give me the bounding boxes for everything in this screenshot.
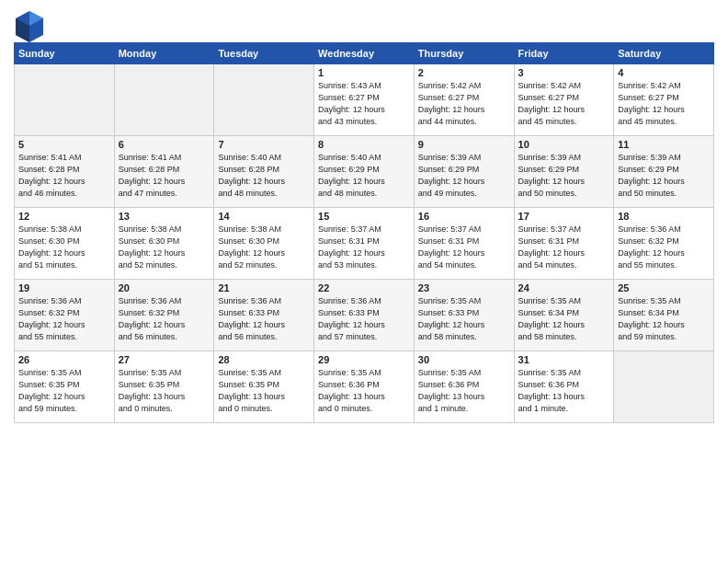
day-number: 4 bbox=[618, 67, 710, 78]
day-info: Sunrise: 5:35 AM Sunset: 6:35 PM Dayligh… bbox=[218, 367, 310, 415]
calendar-cell: 20Sunrise: 5:36 AM Sunset: 6:32 PM Dayli… bbox=[114, 280, 214, 351]
day-header-monday: Monday bbox=[114, 43, 214, 64]
day-number: 31 bbox=[518, 354, 610, 365]
logo bbox=[14, 9, 43, 37]
day-number: 3 bbox=[518, 67, 610, 78]
calendar-cell: 19Sunrise: 5:36 AM Sunset: 6:32 PM Dayli… bbox=[15, 280, 115, 351]
day-number: 28 bbox=[218, 354, 310, 365]
calendar-cell: 27Sunrise: 5:35 AM Sunset: 6:35 PM Dayli… bbox=[114, 351, 214, 423]
day-info: Sunrise: 5:36 AM Sunset: 6:33 PM Dayligh… bbox=[318, 295, 410, 343]
day-info: Sunrise: 5:43 AM Sunset: 6:27 PM Dayligh… bbox=[318, 80, 410, 128]
day-info: Sunrise: 5:38 AM Sunset: 6:30 PM Dayligh… bbox=[119, 224, 210, 271]
day-info: Sunrise: 5:35 AM Sunset: 6:34 PM Dayligh… bbox=[518, 295, 610, 343]
calendar-cell bbox=[214, 64, 314, 136]
calendar-cell: 18Sunrise: 5:36 AM Sunset: 6:32 PM Dayli… bbox=[614, 208, 714, 280]
calendar-cell: 25Sunrise: 5:35 AM Sunset: 6:34 PM Dayli… bbox=[614, 280, 714, 351]
calendar-cell: 1Sunrise: 5:43 AM Sunset: 6:27 PM Daylig… bbox=[314, 64, 415, 136]
day-number: 26 bbox=[18, 354, 110, 365]
calendar-cell: 30Sunrise: 5:35 AM Sunset: 6:36 PM Dayli… bbox=[414, 351, 514, 423]
calendar-cell bbox=[15, 64, 115, 136]
day-number: 2 bbox=[418, 67, 510, 78]
calendar-cell: 2Sunrise: 5:42 AM Sunset: 6:27 PM Daylig… bbox=[414, 64, 514, 136]
calendar-cell: 13Sunrise: 5:38 AM Sunset: 6:30 PM Dayli… bbox=[114, 208, 214, 280]
calendar-cell: 7Sunrise: 5:40 AM Sunset: 6:28 PM Daylig… bbox=[214, 136, 314, 208]
day-info: Sunrise: 5:36 AM Sunset: 6:32 PM Dayligh… bbox=[18, 295, 110, 343]
day-number: 22 bbox=[318, 282, 410, 293]
calendar-cell: 10Sunrise: 5:39 AM Sunset: 6:29 PM Dayli… bbox=[514, 136, 614, 208]
header bbox=[14, 9, 714, 37]
day-info: Sunrise: 5:35 AM Sunset: 6:34 PM Dayligh… bbox=[618, 295, 710, 343]
day-info: Sunrise: 5:35 AM Sunset: 6:36 PM Dayligh… bbox=[318, 367, 410, 415]
day-number: 14 bbox=[218, 211, 310, 222]
day-number: 11 bbox=[618, 139, 710, 150]
day-number: 23 bbox=[418, 282, 510, 293]
calendar-cell: 28Sunrise: 5:35 AM Sunset: 6:35 PM Dayli… bbox=[214, 351, 314, 423]
week-row-2: 5Sunrise: 5:41 AM Sunset: 6:28 PM Daylig… bbox=[15, 136, 714, 208]
calendar-cell bbox=[114, 64, 214, 136]
calendar-cell: 11Sunrise: 5:39 AM Sunset: 6:29 PM Dayli… bbox=[614, 136, 714, 208]
day-header-sunday: Sunday bbox=[15, 43, 115, 64]
calendar-table: SundayMondayTuesdayWednesdayThursdayFrid… bbox=[14, 42, 714, 423]
day-info: Sunrise: 5:35 AM Sunset: 6:36 PM Dayligh… bbox=[418, 367, 510, 415]
day-number: 7 bbox=[218, 139, 310, 150]
calendar-cell bbox=[614, 351, 714, 423]
calendar-cell: 6Sunrise: 5:41 AM Sunset: 6:28 PM Daylig… bbox=[114, 136, 214, 208]
day-info: Sunrise: 5:37 AM Sunset: 6:31 PM Dayligh… bbox=[318, 224, 410, 271]
day-info: Sunrise: 5:41 AM Sunset: 6:28 PM Dayligh… bbox=[119, 152, 210, 200]
calendar-cell: 5Sunrise: 5:41 AM Sunset: 6:28 PM Daylig… bbox=[15, 136, 115, 208]
calendar-cell: 12Sunrise: 5:38 AM Sunset: 6:30 PM Dayli… bbox=[15, 208, 115, 280]
day-info: Sunrise: 5:35 AM Sunset: 6:33 PM Dayligh… bbox=[418, 295, 510, 343]
day-number: 6 bbox=[119, 139, 210, 150]
day-number: 1 bbox=[318, 67, 410, 78]
day-number: 16 bbox=[418, 211, 510, 222]
day-number: 8 bbox=[318, 139, 410, 150]
calendar-cell: 9Sunrise: 5:39 AM Sunset: 6:29 PM Daylig… bbox=[414, 136, 514, 208]
day-info: Sunrise: 5:39 AM Sunset: 6:29 PM Dayligh… bbox=[618, 152, 710, 200]
day-number: 29 bbox=[318, 354, 410, 365]
day-number: 24 bbox=[518, 282, 610, 293]
day-number: 21 bbox=[218, 282, 310, 293]
day-info: Sunrise: 5:39 AM Sunset: 6:29 PM Dayligh… bbox=[518, 152, 610, 200]
calendar-cell: 15Sunrise: 5:37 AM Sunset: 6:31 PM Dayli… bbox=[314, 208, 415, 280]
week-row-4: 19Sunrise: 5:36 AM Sunset: 6:32 PM Dayli… bbox=[15, 280, 714, 351]
day-info: Sunrise: 5:40 AM Sunset: 6:28 PM Dayligh… bbox=[218, 152, 310, 200]
day-info: Sunrise: 5:40 AM Sunset: 6:29 PM Dayligh… bbox=[318, 152, 410, 200]
calendar-cell: 31Sunrise: 5:35 AM Sunset: 6:36 PM Dayli… bbox=[514, 351, 614, 423]
day-number: 5 bbox=[18, 139, 110, 150]
day-number: 19 bbox=[18, 282, 110, 293]
day-header-friday: Friday bbox=[514, 43, 614, 64]
day-header-row: SundayMondayTuesdayWednesdayThursdayFrid… bbox=[15, 43, 714, 64]
week-row-1: 1Sunrise: 5:43 AM Sunset: 6:27 PM Daylig… bbox=[15, 64, 714, 136]
calendar-cell: 22Sunrise: 5:36 AM Sunset: 6:33 PM Dayli… bbox=[314, 280, 415, 351]
day-number: 10 bbox=[518, 139, 610, 150]
day-info: Sunrise: 5:36 AM Sunset: 6:32 PM Dayligh… bbox=[119, 295, 210, 343]
day-info: Sunrise: 5:35 AM Sunset: 6:35 PM Dayligh… bbox=[119, 367, 210, 415]
day-info: Sunrise: 5:36 AM Sunset: 6:33 PM Dayligh… bbox=[218, 295, 310, 343]
calendar-cell: 29Sunrise: 5:35 AM Sunset: 6:36 PM Dayli… bbox=[314, 351, 415, 423]
day-info: Sunrise: 5:36 AM Sunset: 6:32 PM Dayligh… bbox=[618, 224, 710, 271]
day-header-wednesday: Wednesday bbox=[314, 43, 415, 64]
day-number: 9 bbox=[418, 139, 510, 150]
calendar-cell: 24Sunrise: 5:35 AM Sunset: 6:34 PM Dayli… bbox=[514, 280, 614, 351]
day-number: 17 bbox=[518, 211, 610, 222]
calendar-cell: 23Sunrise: 5:35 AM Sunset: 6:33 PM Dayli… bbox=[414, 280, 514, 351]
day-info: Sunrise: 5:37 AM Sunset: 6:31 PM Dayligh… bbox=[418, 224, 510, 271]
day-number: 30 bbox=[418, 354, 510, 365]
calendar-cell: 26Sunrise: 5:35 AM Sunset: 6:35 PM Dayli… bbox=[15, 351, 115, 423]
day-number: 20 bbox=[119, 282, 210, 293]
day-number: 13 bbox=[119, 211, 210, 222]
day-info: Sunrise: 5:35 AM Sunset: 6:35 PM Dayligh… bbox=[18, 367, 110, 415]
week-row-5: 26Sunrise: 5:35 AM Sunset: 6:35 PM Dayli… bbox=[15, 351, 714, 423]
week-row-3: 12Sunrise: 5:38 AM Sunset: 6:30 PM Dayli… bbox=[15, 208, 714, 280]
calendar-cell: 14Sunrise: 5:38 AM Sunset: 6:30 PM Dayli… bbox=[214, 208, 314, 280]
day-number: 27 bbox=[119, 354, 210, 365]
day-info: Sunrise: 5:35 AM Sunset: 6:36 PM Dayligh… bbox=[518, 367, 610, 415]
day-info: Sunrise: 5:39 AM Sunset: 6:29 PM Dayligh… bbox=[418, 152, 510, 200]
calendar-cell: 16Sunrise: 5:37 AM Sunset: 6:31 PM Dayli… bbox=[414, 208, 514, 280]
day-info: Sunrise: 5:38 AM Sunset: 6:30 PM Dayligh… bbox=[218, 224, 310, 271]
day-number: 15 bbox=[318, 211, 410, 222]
day-header-tuesday: Tuesday bbox=[214, 43, 314, 64]
day-info: Sunrise: 5:41 AM Sunset: 6:28 PM Dayligh… bbox=[18, 152, 110, 200]
day-info: Sunrise: 5:42 AM Sunset: 6:27 PM Dayligh… bbox=[618, 80, 710, 128]
day-info: Sunrise: 5:38 AM Sunset: 6:30 PM Dayligh… bbox=[18, 224, 110, 271]
